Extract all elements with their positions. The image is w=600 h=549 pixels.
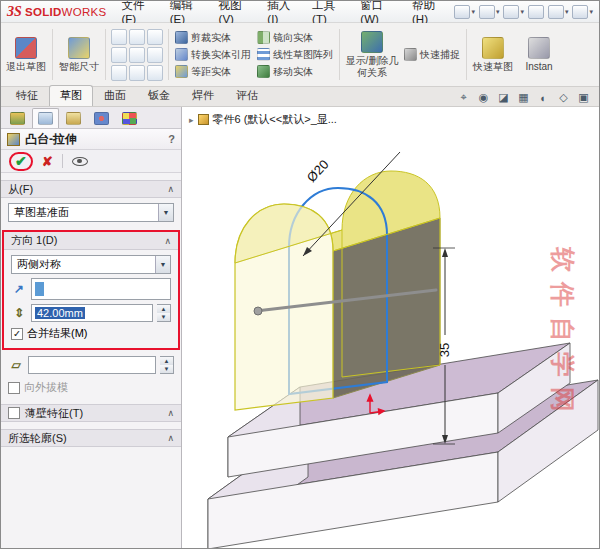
end-condition-combobox[interactable]: 两侧对称 ▼ bbox=[11, 255, 171, 274]
preview-eye-icon[interactable] bbox=[72, 157, 88, 166]
depth-row: ⇕ 42.00mm ▲ ▼ bbox=[11, 304, 171, 322]
display-relations-button[interactable]: 显示/删除几何关系 bbox=[343, 25, 401, 84]
smart-dimension-button[interactable]: 智能尺寸 bbox=[56, 25, 102, 84]
draft-input[interactable] bbox=[28, 356, 156, 374]
display-manager-tab[interactable] bbox=[116, 108, 143, 128]
options-icon[interactable] bbox=[572, 5, 588, 19]
direction1-group-header[interactable]: 方向 1(D) ∧ bbox=[4, 232, 178, 250]
collapse-arrow-icon[interactable]: ∧ bbox=[167, 184, 174, 194]
save-caret-icon[interactable]: ▾ bbox=[520, 8, 524, 16]
display-style-icon[interactable]: ▦ bbox=[516, 91, 531, 104]
merge-result-checkbox[interactable]: ✓ bbox=[11, 328, 23, 340]
offset-entities-button[interactable]: 等距实体 bbox=[172, 64, 254, 80]
sketch-entity-icon[interactable] bbox=[129, 47, 145, 63]
trim-entities-label: 剪裁实体 bbox=[191, 31, 231, 45]
sketch-entity-icon[interactable] bbox=[147, 29, 163, 45]
sketch-entity-icon[interactable] bbox=[129, 29, 145, 45]
scene-icon[interactable]: ◇ bbox=[556, 91, 571, 104]
quick-snaps-button[interactable]: 快速捕捉 bbox=[401, 47, 463, 63]
direction-reference-row: ↗ bbox=[11, 278, 171, 300]
ribbon-toolbar: 退出草图 智能尺寸 剪裁实体 转换实体引用 等距实体 镜向实体 线性草图阵列 bbox=[1, 23, 599, 87]
mirror-entities-button[interactable]: 镜向实体 bbox=[254, 30, 336, 46]
tab-sketch[interactable]: 草图 bbox=[49, 85, 93, 106]
collapse-arrow-icon[interactable]: ∧ bbox=[167, 433, 174, 443]
from-combobox[interactable]: 草图基准面 ▼ bbox=[8, 203, 174, 222]
end-condition-value: 两侧对称 bbox=[17, 257, 61, 272]
hide-show-icon[interactable]: ◉ bbox=[476, 91, 491, 104]
move-entities-button[interactable]: 移动实体 bbox=[254, 64, 336, 80]
feature-tree-header[interactable]: ▸ 零件6 (默认<<默认>_显... bbox=[189, 112, 337, 127]
instant2d-button[interactable]: Instan bbox=[516, 25, 562, 84]
exit-sketch-button[interactable]: 退出草图 bbox=[3, 25, 49, 84]
measure-icon[interactable]: ⌖ bbox=[456, 91, 471, 104]
print-icon[interactable] bbox=[528, 5, 544, 19]
save-icon[interactable] bbox=[503, 5, 519, 19]
feature-manager-tab[interactable] bbox=[4, 108, 31, 128]
open-document-icon[interactable] bbox=[479, 5, 495, 19]
configuration-manager-tab[interactable] bbox=[60, 108, 87, 128]
graphics-area[interactable]: ▸ 零件6 (默认<<默认>_显... bbox=[182, 107, 599, 548]
help-icon[interactable]: ? bbox=[168, 133, 175, 145]
sketch-entity-icon[interactable] bbox=[147, 47, 163, 63]
property-manager-tab[interactable] bbox=[32, 108, 59, 128]
depth-input[interactable]: 42.00mm bbox=[31, 304, 153, 322]
sketch-entity-icon[interactable] bbox=[147, 65, 163, 81]
direction-reference-box[interactable] bbox=[31, 278, 171, 300]
rebuild-caret-icon[interactable]: ▾ bbox=[565, 8, 569, 16]
section-view-icon[interactable]: ◪ bbox=[496, 91, 511, 104]
linear-pattern-button[interactable]: 线性草图阵列 bbox=[254, 47, 336, 63]
draft-row: ▱ ▲ ▼ bbox=[8, 356, 174, 374]
height-dimension-text[interactable]: 35 bbox=[437, 343, 452, 357]
draft-spinner[interactable]: ▲ ▼ bbox=[160, 356, 174, 374]
spinner-up-icon[interactable]: ▲ bbox=[160, 357, 173, 365]
draft-outward-checkbox[interactable] bbox=[8, 382, 20, 394]
spinner-down-icon[interactable]: ▼ bbox=[160, 365, 173, 373]
combo-dropdown-button[interactable]: ▼ bbox=[158, 204, 173, 221]
spinner-up-icon[interactable]: ▲ bbox=[157, 305, 170, 313]
merge-result-row: ✓ 合并结果(M) bbox=[11, 326, 171, 341]
thin-feature-group-header[interactable]: 薄壁特征(T) ∧ bbox=[1, 404, 181, 422]
diameter-dimension-text[interactable]: Ø20 bbox=[304, 157, 332, 185]
boss-extrude-preview[interactable] bbox=[235, 171, 440, 410]
tab-weldments[interactable]: 焊件 bbox=[181, 85, 225, 106]
dimxpert-manager-tab[interactable] bbox=[88, 108, 115, 128]
spinner-down-icon[interactable]: ▼ bbox=[157, 313, 170, 321]
options-caret-icon[interactable]: ▾ bbox=[589, 8, 593, 16]
merge-result-label: 合并结果(M) bbox=[27, 326, 88, 341]
sketch-entity-icon[interactable] bbox=[129, 65, 145, 81]
collapse-arrow-icon[interactable]: ∧ bbox=[164, 236, 171, 246]
collapse-arrow-icon[interactable]: ∧ bbox=[167, 408, 174, 418]
model-viewport[interactable]: Ø20 35 bbox=[182, 107, 599, 548]
feature-title: 凸台-拉伸 bbox=[25, 131, 77, 148]
sketch-entity-icon[interactable] bbox=[111, 47, 127, 63]
boss-extrude-icon bbox=[7, 133, 20, 146]
open-caret-icon[interactable]: ▾ bbox=[496, 8, 500, 16]
rapid-sketch-label: 快速草图 bbox=[473, 61, 513, 73]
tab-evaluate[interactable]: 评估 bbox=[225, 85, 269, 106]
combo-dropdown-button[interactable]: ▼ bbox=[155, 256, 170, 273]
view-orientation-icon[interactable]: ▣ bbox=[576, 91, 591, 104]
convert-entities-button[interactable]: 转换实体引用 bbox=[172, 47, 254, 63]
rebuild-icon[interactable] bbox=[548, 5, 564, 19]
rapid-sketch-button[interactable]: 快速草图 bbox=[470, 25, 516, 84]
tab-sheet-metal[interactable]: 钣金 bbox=[137, 85, 181, 106]
trim-entities-button[interactable]: 剪裁实体 bbox=[172, 30, 254, 46]
quick-snaps-label: 快速捕捉 bbox=[420, 48, 460, 62]
appearance-icon[interactable]: ◐ bbox=[536, 92, 551, 104]
tab-features[interactable]: 特征 bbox=[5, 85, 49, 106]
sketch-entity-icon[interactable] bbox=[111, 65, 127, 81]
ok-button[interactable]: ✔ bbox=[9, 152, 33, 171]
configurations-icon bbox=[66, 112, 81, 125]
sketch-entity-icon[interactable] bbox=[111, 29, 127, 45]
thin-feature-checkbox[interactable] bbox=[8, 407, 20, 419]
depth-spinner[interactable]: ▲ ▼ bbox=[157, 304, 171, 322]
mirror-entities-icon bbox=[257, 31, 270, 44]
from-group-header[interactable]: 从(F) ∧ bbox=[1, 180, 181, 198]
cancel-button[interactable]: ✘ bbox=[42, 154, 53, 169]
selected-contours-group-header[interactable]: 所选轮廓(S) ∧ bbox=[1, 429, 181, 447]
new-document-icon[interactable] bbox=[454, 5, 470, 19]
tree-expand-icon[interactable]: ▸ bbox=[189, 115, 194, 125]
new-caret-icon[interactable]: ▾ bbox=[471, 8, 475, 16]
tab-surfaces[interactable]: 曲面 bbox=[93, 85, 137, 106]
exit-sketch-icon bbox=[15, 37, 37, 59]
